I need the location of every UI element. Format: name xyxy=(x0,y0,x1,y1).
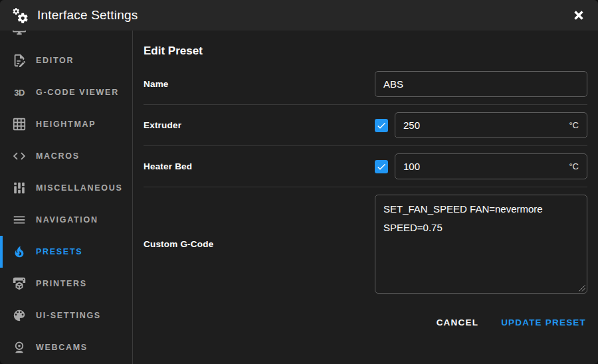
name-input[interactable] xyxy=(375,78,587,90)
close-icon xyxy=(572,9,585,22)
name-label: Name xyxy=(144,79,375,89)
webcam-icon xyxy=(12,340,27,355)
extruder-row: Extruder °C xyxy=(144,105,587,146)
panel-title: Edit Preset xyxy=(144,31,587,64)
name-row: Name xyxy=(144,64,587,105)
sidebar-item-label: MISCELLANEOUS xyxy=(36,183,122,193)
sidebar-item-miscellaneous[interactable]: MISCELLANEOUS xyxy=(0,172,132,204)
custom-gcode-box: SET_FAN_SPEED FAN=nevermore SPEED=0.75 xyxy=(375,195,587,294)
custom-gcode-textarea[interactable]: SET_FAN_SPEED FAN=nevermore SPEED=0.75 xyxy=(375,195,587,294)
edit-preset-panel: Edit Preset Name Extruder xyxy=(133,31,598,364)
sidebar-item-label: PRINTERS xyxy=(36,279,87,288)
dialog-title: Interface Settings xyxy=(37,8,562,23)
heater-bed-temp-input[interactable] xyxy=(395,161,569,172)
heater-bed-unit: °C xyxy=(569,161,587,171)
heater-bed-checkbox[interactable] xyxy=(375,160,388,173)
cogs-icon xyxy=(11,7,29,24)
heater-bed-input-box: °C xyxy=(395,153,587,179)
sidebar-item-editor[interactable]: EDITOR xyxy=(0,45,132,76)
file-edit-icon xyxy=(12,53,27,68)
interface-settings-dialog: Interface Settings EDITOR 3D G-CODE VIEW… xyxy=(0,0,598,364)
name-input-box xyxy=(375,71,587,97)
sidebar-item-gcode-viewer[interactable]: 3D G-CODE VIEWER xyxy=(0,76,132,108)
sliders-icon xyxy=(12,181,27,195)
sidebar-item-label: UI-SETTINGS xyxy=(36,311,101,320)
extruder-temp-input[interactable] xyxy=(395,120,569,131)
sidebar-item-label: PRESETS xyxy=(36,247,82,256)
palette-icon xyxy=(12,308,27,323)
sidebar-item-label: HEIGHTMAP xyxy=(36,120,96,129)
dialog-actions: CANCEL UPDATE PRESET xyxy=(144,301,587,344)
sidebar-item-label: EDITOR xyxy=(36,56,74,65)
sidebar-item-macros[interactable]: MACROS xyxy=(0,140,132,172)
code-tags-icon xyxy=(12,149,27,163)
settings-sidebar: EDITOR 3D G-CODE VIEWER HEIGHTMAP MACROS xyxy=(0,31,133,364)
sidebar-item-webcams[interactable]: WEBCAMS xyxy=(0,331,132,363)
update-preset-button[interactable]: UPDATE PRESET xyxy=(500,315,587,330)
sidebar-item-partial[interactable] xyxy=(0,31,132,45)
printer-3d-icon xyxy=(12,276,27,291)
sidebar-item-presets[interactable]: PRESETS xyxy=(0,236,132,268)
check-icon xyxy=(376,161,387,172)
cancel-button[interactable]: CANCEL xyxy=(435,315,480,330)
heater-bed-row: Heater Bed °C xyxy=(144,146,587,187)
resize-handle-icon[interactable] xyxy=(578,284,585,292)
extruder-unit: °C xyxy=(569,120,587,130)
heater-bed-label: Heater Bed xyxy=(144,161,375,171)
sidebar-item-label: G-CODE VIEWER xyxy=(36,88,119,97)
sidebar-item-label: MACROS xyxy=(36,151,80,161)
grid-icon xyxy=(12,117,27,132)
custom-gcode-label: Custom G-Code xyxy=(144,239,375,249)
sidebar-item-printers[interactable]: PRINTERS xyxy=(0,268,132,300)
3d-icon: 3D xyxy=(12,88,27,98)
settings-nav: EDITOR 3D G-CODE VIEWER HEIGHTMAP MACROS xyxy=(0,31,132,363)
sidebar-item-navigation[interactable]: NAVIGATION xyxy=(0,204,132,236)
dialog-titlebar: Interface Settings xyxy=(0,0,598,31)
extruder-input-box: °C xyxy=(395,112,587,138)
menu-icon xyxy=(12,213,27,227)
check-icon xyxy=(376,120,387,131)
sidebar-item-label: NAVIGATION xyxy=(36,215,98,225)
sidebar-item-ui-settings[interactable]: UI-SETTINGS xyxy=(0,300,132,331)
fire-icon xyxy=(12,244,27,259)
extruder-checkbox[interactable] xyxy=(375,119,388,132)
custom-gcode-row: Custom G-Code SET_FAN_SPEED FAN=nevermor… xyxy=(144,187,587,301)
dialog-body: EDITOR 3D G-CODE VIEWER HEIGHTMAP MACROS xyxy=(0,31,598,364)
sidebar-item-heightmap[interactable]: HEIGHTMAP xyxy=(0,108,132,140)
sidebar-item-label: WEBCAMS xyxy=(36,343,88,352)
close-button[interactable] xyxy=(571,7,587,23)
monitor-icon xyxy=(12,31,27,36)
extruder-label: Extruder xyxy=(144,120,375,130)
